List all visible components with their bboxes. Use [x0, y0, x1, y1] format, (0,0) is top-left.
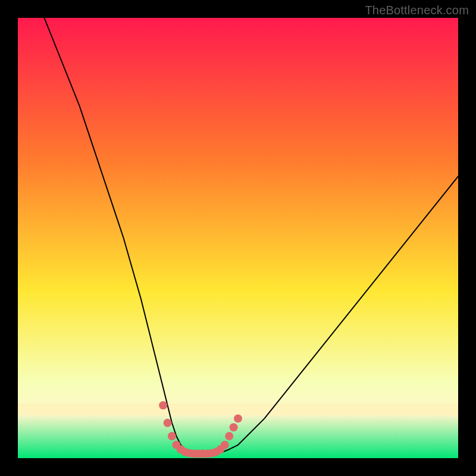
watermark-text: TheBottleneck.com — [365, 4, 469, 17]
valley-dot — [225, 432, 233, 440]
gradient-background — [18, 18, 458, 458]
valley-dot — [230, 423, 238, 431]
highlight-band — [18, 403, 458, 415]
valley-dot — [164, 419, 172, 427]
bottleneck-chart — [18, 18, 458, 458]
chart-stage: TheBottleneck.com — [0, 0, 476, 476]
valley-dot — [234, 414, 242, 422]
valley-dot — [221, 441, 229, 449]
valley-dot — [159, 401, 167, 409]
valley-dot — [168, 432, 176, 440]
